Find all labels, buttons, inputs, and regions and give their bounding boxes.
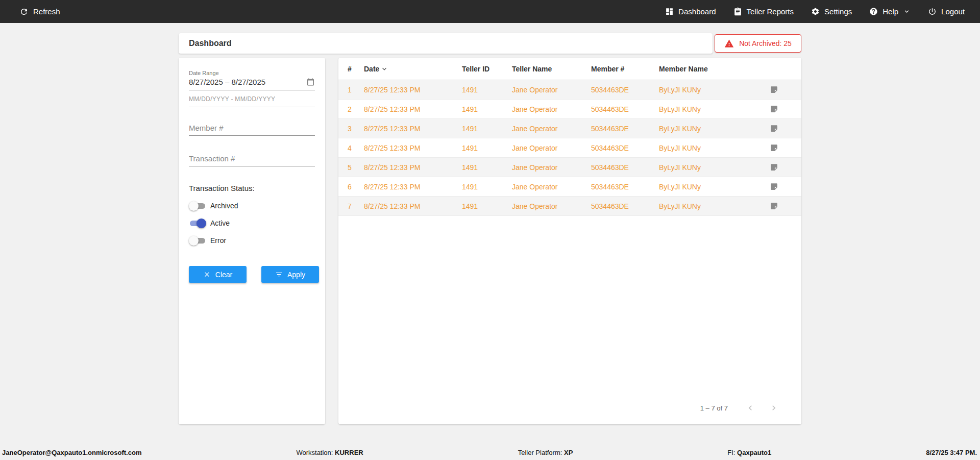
row-member-name: ByLyJI KUNy: [659, 144, 770, 152]
main-content: Dashboard Not Archived: 25 Date Range 8/…: [179, 23, 801, 424]
nav-teller-reports[interactable]: Teller Reports: [733, 7, 794, 16]
row-teller-id: 1491: [462, 163, 512, 172]
table-row[interactable]: 7 8/27/25 12:33 PM 1491 Jane Operator 50…: [338, 197, 801, 216]
row-date: 8/27/25 12:33 PM: [364, 125, 462, 133]
row-teller-name: Jane Operator: [512, 202, 591, 210]
toggle-error-switch[interactable]: [189, 237, 206, 245]
row-date: 8/27/25 12:33 PM: [364, 144, 462, 152]
note-icon[interactable]: [770, 85, 792, 94]
table-row[interactable]: 1 8/27/25 12:33 PM 1491 Jane Operator 50…: [338, 80, 801, 100]
not-archived-label: Not Archived: 25: [739, 39, 792, 47]
status-workstation: Workstation: KURRER: [296, 449, 363, 456]
row-teller-name: Jane Operator: [512, 105, 591, 113]
chevron-down-icon: [903, 8, 911, 15]
column-header-date[interactable]: Date: [364, 65, 462, 73]
row-number: 1: [348, 86, 364, 94]
row-teller-id: 1491: [462, 202, 512, 210]
row-teller-id: 1491: [462, 105, 512, 113]
row-member-num: 5034463DE: [591, 125, 659, 133]
column-header-num[interactable]: #: [348, 65, 364, 73]
note-icon[interactable]: [770, 124, 792, 133]
row-member-name: ByLyJI KUNy: [659, 163, 770, 172]
status-bar: JaneOperator@Qaxpauto1.onmicrosoft.com W…: [0, 447, 980, 460]
table-body: 1 8/27/25 12:33 PM 1491 Jane Operator 50…: [338, 80, 801, 216]
nav-logout[interactable]: Logout: [928, 7, 965, 16]
date-range-value: 8/27/2025 – 8/27/2025: [189, 78, 265, 86]
note-icon[interactable]: [770, 105, 792, 113]
table-header-row: # Date Teller ID Teller Name Member #: [338, 58, 801, 80]
note-icon[interactable]: [770, 163, 792, 172]
row-date: 8/27/25 12:33 PM: [364, 163, 462, 172]
calendar-icon[interactable]: [306, 78, 315, 86]
row-teller-id: 1491: [462, 183, 512, 191]
clear-x-icon: [203, 271, 211, 278]
transaction-status-label: Transaction Status:: [189, 184, 315, 192]
status-fi: FI: Qaxpauto1: [727, 449, 771, 456]
row-teller-name: Jane Operator: [512, 163, 591, 172]
row-date: 8/27/25 12:33 PM: [364, 105, 462, 113]
row-member-name: ByLyJI KUNy: [659, 183, 770, 191]
row-date: 8/27/25 12:33 PM: [364, 183, 462, 191]
clear-button[interactable]: Clear: [189, 266, 247, 283]
refresh-label: Refresh: [33, 7, 60, 16]
transaction-number-input[interactable]: [189, 151, 315, 166]
toggle-archived-label: Archived: [210, 202, 238, 210]
toggle-error[interactable]: Error: [189, 236, 315, 245]
column-header-teller-id[interactable]: Teller ID: [462, 65, 512, 73]
status-teller-platform: Teller Platform: XP: [518, 449, 573, 456]
column-header-member-name[interactable]: Member Name: [659, 65, 770, 73]
date-range-label: Date Range: [189, 70, 315, 76]
status-datetime: 8/27/25 3:47 PM.: [926, 449, 977, 456]
row-member-name: ByLyJI KUNy: [659, 86, 770, 94]
dashboard-icon: [665, 7, 674, 16]
top-bar: Refresh Dashboard Teller Reports Setting…: [0, 0, 980, 23]
nav-settings-label: Settings: [824, 7, 852, 16]
row-member-num: 5034463DE: [591, 163, 659, 172]
row-number: 6: [348, 183, 364, 191]
note-icon[interactable]: [770, 182, 792, 191]
logout-icon: [928, 7, 937, 16]
row-number: 4: [348, 144, 364, 152]
apply-button[interactable]: Apply: [261, 266, 319, 283]
date-range-input[interactable]: 8/27/2025 – 8/27/2025: [189, 78, 315, 90]
toggle-archived-switch[interactable]: [189, 202, 206, 210]
row-member-name: ByLyJI KUNy: [659, 202, 770, 210]
not-archived-badge[interactable]: Not Archived: 25: [715, 34, 801, 53]
table-row[interactable]: 5 8/27/25 12:33 PM 1491 Jane Operator 50…: [338, 158, 801, 177]
note-icon[interactable]: [770, 202, 792, 210]
nav-dashboard-label: Dashboard: [678, 7, 716, 16]
nav-help-label: Help: [883, 7, 898, 16]
toggle-active-switch[interactable]: [189, 220, 206, 227]
row-teller-id: 1491: [462, 125, 512, 133]
status-user-email: JaneOperator@Qaxpauto1.onmicrosoft.com: [2, 449, 141, 456]
nav-help[interactable]: Help: [869, 7, 911, 16]
filter-panel: Date Range 8/27/2025 – 8/27/2025 MM/DD/Y…: [179, 58, 325, 424]
nav-dashboard[interactable]: Dashboard: [665, 7, 716, 16]
refresh-button[interactable]: Refresh: [19, 7, 60, 16]
pagination: 1 – 7 of 7: [338, 403, 801, 413]
nav-settings[interactable]: Settings: [811, 7, 852, 16]
table-row[interactable]: 6 8/27/25 12:33 PM 1491 Jane Operator 50…: [338, 177, 801, 197]
table-row[interactable]: 3 8/27/25 12:33 PM 1491 Jane Operator 50…: [338, 119, 801, 138]
toggle-active[interactable]: Active: [189, 219, 315, 227]
nav-logout-label: Logout: [941, 7, 965, 16]
transactions-table-card: # Date Teller ID Teller Name Member #: [338, 58, 801, 424]
next-page-icon[interactable]: [769, 403, 779, 413]
row-member-num: 5034463DE: [591, 202, 659, 210]
toggle-archived[interactable]: Archived: [189, 202, 315, 210]
table-row[interactable]: 4 8/27/25 12:33 PM 1491 Jane Operator 50…: [338, 138, 801, 158]
row-member-num: 5034463DE: [591, 144, 659, 152]
note-icon[interactable]: [770, 143, 792, 152]
column-header-member-num[interactable]: Member #: [591, 65, 659, 73]
previous-page-icon[interactable]: [745, 403, 755, 413]
dashboard-header-card: Dashboard: [179, 33, 713, 54]
row-member-name: ByLyJI KUNy: [659, 125, 770, 133]
member-number-input[interactable]: [189, 120, 315, 136]
date-format-hint: MM/DD/YYYY - MM/DD/YYYY: [189, 95, 315, 107]
reports-icon: [733, 7, 742, 16]
row-teller-name: Jane Operator: [512, 86, 591, 94]
row-member-num: 5034463DE: [591, 105, 659, 113]
table-row[interactable]: 2 8/27/25 12:33 PM 1491 Jane Operator 50…: [338, 100, 801, 119]
row-number: 5: [348, 163, 364, 172]
column-header-teller-name[interactable]: Teller Name: [512, 65, 591, 73]
